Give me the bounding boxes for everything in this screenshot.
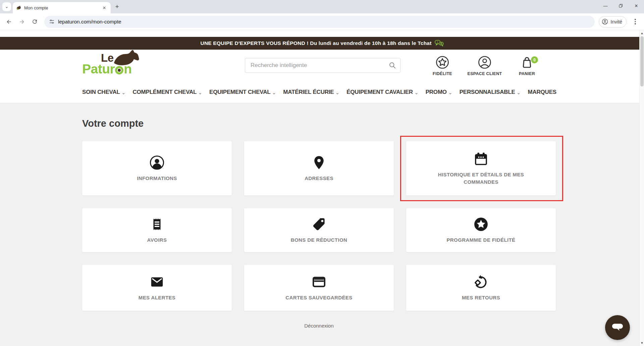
site-settings-icon[interactable] [49, 19, 55, 24]
back-button[interactable] [3, 16, 15, 27]
address-bar[interactable]: lepaturon.com/mon-compte [44, 16, 595, 28]
quick-link-espace-client[interactable]: ESPACE CLIENT [464, 55, 506, 76]
search-input[interactable] [245, 58, 400, 73]
page-title: Votre compte [82, 118, 644, 129]
card-mes-retours[interactable]: MES RETOURS [406, 265, 556, 311]
nav-item-soin-cheval[interactable]: SOIN CHEVAL ⌄ [82, 89, 125, 96]
tag-icon [311, 217, 327, 232]
account-cards-grid: INFORMATIONS ADRESSES HISTORIQUE ET DÉTA… [82, 141, 644, 311]
banner-text: UNE EQUIPE D'EXPERTS VOUS RÉPOND ! Du lu… [200, 40, 431, 46]
window-restore-button[interactable] [613, 0, 629, 11]
search-area [245, 58, 400, 73]
chevron-down-icon: ⌄ [198, 90, 202, 95]
chevron-down-icon: ⌄ [448, 90, 452, 95]
chevron-down-icon: ⌄ [335, 90, 339, 95]
site-header: Le Paturn FIDÉLITE ESPACE CLIENT 0 PANIE… [0, 50, 644, 81]
tab-title: Mon compte [24, 5, 99, 10]
browser-menu-button[interactable] [631, 19, 639, 24]
cart-count-badge: 0 [531, 56, 538, 63]
scroll-down-arrow[interactable]: ▼ [640, 341, 644, 345]
site-favicon [16, 5, 21, 10]
logo-main-post: n [124, 62, 131, 76]
card-bons-de-reduction[interactable]: BONS DE RÉDUCTION [244, 208, 394, 252]
window-minimize-button[interactable]: — [598, 0, 613, 11]
logout-link[interactable]: Déconnexion [304, 323, 334, 329]
credit-card-icon [311, 274, 327, 290]
chevron-down-icon: ⌄ [415, 90, 418, 95]
card-informations[interactable]: INFORMATIONS [82, 141, 232, 195]
forward-button[interactable] [16, 16, 28, 27]
quick-link-panier[interactable]: 0 PANIER [506, 55, 548, 76]
browser-toolbar: lepaturon.com/mon-compte Invité [0, 13, 644, 30]
window-close-button[interactable]: ✕ [629, 0, 644, 11]
card-mes-alertes[interactable]: MES ALERTES [82, 265, 232, 311]
chevron-down-icon: ⌄ [122, 90, 125, 95]
chevron-down-icon: ⌄ [272, 90, 276, 95]
browser-tab-strip: ⌄ Mon compte ✕ + — ✕ [0, 0, 644, 13]
card-adresses[interactable]: ADRESSES [244, 141, 394, 195]
svg-text:?: ? [437, 41, 438, 44]
header-quick-links: FIDÉLITE ESPACE CLIENT 0 PANIER [421, 55, 548, 76]
nav-item-materiel-ecurie[interactable]: MATÉRIEL ÉCURIE ⌄ [283, 89, 339, 96]
envelope-icon [149, 274, 165, 290]
scroll-up-arrow[interactable]: ▲ [640, 31, 644, 36]
page-scrollbar[interactable]: ▲ ▼ [639, 30, 644, 346]
card-avoirs[interactable]: AVOIRS [82, 208, 232, 252]
tab-close-icon[interactable]: ✕ [101, 5, 107, 11]
nav-item-equipement-cheval[interactable]: EQUIPEMENT CHEVAL ⌄ [209, 89, 276, 96]
logo-main-pre: Patur [82, 62, 115, 76]
card-programme-de-fidelite[interactable]: PROGRAMME DE FIDÉLITÉ [406, 208, 556, 252]
logo-target-o-icon [115, 66, 123, 74]
return-icon [473, 274, 489, 290]
user-circle-icon [478, 55, 492, 69]
star-circle-icon [435, 55, 449, 69]
restore-icon [619, 4, 623, 8]
chevron-down-icon: ⌄ [517, 90, 521, 95]
chat-bubble-icon [611, 323, 624, 333]
receipt-icon [149, 217, 165, 232]
guest-profile-icon [602, 18, 608, 25]
site-logo[interactable]: Le Paturn [82, 52, 140, 78]
back-icon [6, 18, 12, 25]
profile-label: Invité [610, 19, 622, 24]
browser-tab[interactable]: Mon compte ✕ [13, 2, 111, 13]
reload-icon [32, 18, 38, 25]
user-icon [149, 155, 165, 170]
star-badge-icon [473, 217, 489, 232]
reload-button[interactable] [29, 16, 40, 27]
new-tab-button[interactable]: + [113, 2, 121, 11]
nav-item-marques[interactable]: MARQUES [528, 89, 556, 96]
chat-widget-button[interactable] [605, 315, 630, 340]
nav-item-complement-cheval[interactable]: COMPLÉMENT CHEVAL ⌄ [132, 89, 202, 96]
forward-icon [18, 18, 25, 25]
scrollbar-thumb[interactable] [640, 36, 644, 86]
tab-list-button[interactable]: ⌄ [2, 2, 11, 11]
card-cartes-sauvegardees[interactable]: CARTES SAUVEGARDÉES [244, 265, 394, 311]
card-historique-et-details-de-mes-commandes[interactable]: HISTORIQUE ET DÉTAILS DE MES COMMANDES [406, 141, 556, 195]
nav-item-promo[interactable]: PROMO ⌄ [426, 89, 452, 96]
web-page: UNE EQUIPE D'EXPERTS VOUS RÉPOND ! Du lu… [0, 30, 644, 346]
account-page: Votre compte INFORMATIONS ADRESSES HISTO… [0, 103, 644, 346]
quick-link-fidelite[interactable]: FIDÉLITE [421, 55, 464, 76]
nav-item-equipement-cavalier[interactable]: ÉQUIPEMENT CAVALIER ⌄ [346, 89, 418, 96]
chat-bubbles-icon: ? [435, 40, 444, 47]
browser-profile-chip[interactable]: Invité [599, 16, 627, 27]
main-navigation: SOIN CHEVAL ⌄ COMPLÉMENT CHEVAL ⌄ EQUIPE… [0, 81, 644, 103]
nav-item-personnalisable[interactable]: PERSONNALISABLE ⌄ [460, 89, 521, 96]
info-banner: UNE EQUIPE D'EXPERTS VOUS RÉPOND ! Du lu… [0, 37, 644, 50]
search-icon[interactable] [388, 61, 396, 69]
map-pin-icon [311, 155, 327, 170]
url-text: lepaturon.com/mon-compte [58, 19, 121, 25]
calendar-icon [473, 151, 489, 167]
